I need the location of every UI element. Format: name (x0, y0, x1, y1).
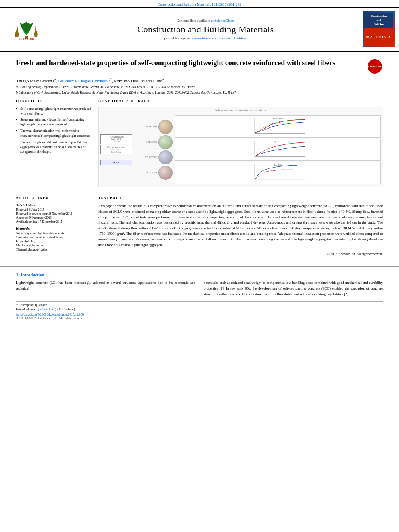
article-info-abstract-section: ARTICLE INFO Article history: Received 8… (16, 192, 383, 257)
ga-mix3-label: SCLC0050F (135, 156, 157, 158)
graphical-abstract-figure: Self-compacting lightweight concrete mix… (98, 107, 383, 187)
introduction-col2: potentials, such as reduced dead weight … (204, 280, 383, 297)
affiliations: a Civil Engineering Department, COPPE, U… (16, 85, 383, 95)
ga-circle-1 (158, 120, 173, 134)
ga-circle-4 (158, 166, 173, 180)
article-info-header: ARTICLE INFO (16, 196, 93, 201)
journal-main-title: Construction and Building Materials (48, 24, 363, 35)
authors-line: Thiago Melo Graboisa, Guilherme Chagas C… (16, 78, 383, 83)
affiliation-a: a Civil Engineering Department, COPPE, U… (16, 85, 383, 90)
journal-cover-image: Construction and Building MATERIALS (363, 11, 395, 47)
corresponding-author-note: * Corresponding author. (16, 303, 383, 307)
author3-name: Romildo Dias Toledo Filho (114, 78, 162, 83)
svg-text:Flex. (MPa): Flex. (MPa) (273, 164, 283, 166)
svg-text:Age (days): Age (days) (274, 140, 282, 142)
journal-header: ELSEVIER Contents lists available at Sci… (0, 8, 399, 52)
ga-box-coarse-agg: Coarse AggregatesNW: NCALW: LCA (100, 145, 132, 154)
cover-title-line3: Building (374, 23, 384, 26)
introduction-title: 1. Introduction (16, 272, 383, 277)
issn-copyright: 0950-0618/© 2015 Elsevier Ltd. All right… (16, 316, 383, 320)
journal-citation: Construction and Building Materials 104 … (158, 2, 241, 6)
ga-mix4-label: SCLCT250 (135, 171, 157, 174)
keyword-3: Expanded clay (16, 240, 93, 243)
keyword-2: Concrete reinforced with steel fibers (16, 236, 93, 239)
ga-circle-2 (158, 135, 173, 149)
homepage-url[interactable]: www.elsevier.com/locate/conbuildmat (192, 36, 247, 40)
highlight-item-2: Structural efficiency factor for self-co… (16, 117, 93, 127)
abstract-column: ABSTRACT This paper presents the results… (98, 196, 383, 257)
ga-chart-1: Stress (MPa) (175, 115, 381, 138)
cover-title-line1: Construction (371, 14, 387, 18)
cover-materials-label: MATERIALS (366, 35, 392, 39)
article-history: Article history: Received 8 June 2015 Re… (16, 203, 93, 224)
abstract-header: ABSTRACT (98, 196, 383, 201)
introduction-section: 1. Introduction Lightweight concrete (LC… (0, 272, 399, 320)
svg-text:Stress (MPa): Stress (MPa) (273, 117, 283, 119)
elsevier-tree-icon: ELSEVIER (11, 18, 41, 41)
received-date: Received 8 June 2015 (16, 208, 93, 212)
author3-sup: a (162, 78, 164, 81)
highlights-graphical-section: HIGHLIGHTS Self-compacting lightweight c… (16, 99, 383, 187)
page: Construction and Building Materials 104 … (0, 0, 399, 320)
introduction-col1: Lightweight concrete (LC) has been incre… (16, 280, 195, 297)
graphical-abstract-header: GRAPHICAL ABSTRACT (98, 99, 383, 104)
highlights-column: HIGHLIGHTS Self-compacting lightweight c… (16, 99, 93, 187)
ga-chart-2: Age (days) (175, 139, 381, 161)
ga-mix1-label: SCLC0000 (135, 125, 157, 128)
article-title: Fresh and hardened-state properties of s… (16, 58, 363, 68)
elsevier-logo: ELSEVIER (4, 18, 48, 41)
footnote-section: * Corresponding author. E-mail address: … (16, 301, 383, 320)
highlights-list: Self-compacting lightweight concrete was… (16, 107, 93, 154)
ga-box-fine-agg: Fine AggregatesNW: NFALW: LFA (100, 134, 132, 144)
graphical-abstract-column: GRAPHICAL ABSTRACT Self-compacting light… (98, 99, 383, 187)
article-content: Fresh and hardened-state properties of s… (0, 52, 399, 261)
email-suffix: (G.C. Cordeiro). (55, 308, 76, 311)
available-online-date: Available online 17 December 2015 (16, 220, 93, 224)
ga-mixes: SCLC0000 SCLC0050 SCLC0050F (135, 120, 173, 180)
ga-charts-area: Stress (MPa) Age (days) (175, 115, 381, 184)
crossmark-label: CrossMark (368, 65, 382, 68)
journal-citation-banner: Construction and Building Materials 104 … (0, 0, 399, 8)
copyright-line: © 2015 Elsevier Ltd. All rights reserved… (98, 251, 383, 257)
keyword-5: Thermal characterization (16, 248, 93, 251)
author1-sup: a (54, 78, 56, 81)
ga-chart-3: Flex. (MPa) (175, 162, 381, 184)
author1-name: Thiago Melo Grabois (16, 78, 54, 83)
doi-link[interactable]: http://dx.doi.org/10.1016/j.conbuildmat.… (16, 313, 383, 316)
ga-circle-3 (158, 150, 173, 164)
introduction-columns: Lightweight concrete (LC) has been incre… (16, 280, 383, 297)
journal-title-block: Contents lists available at ScienceDirec… (48, 18, 363, 40)
affiliation-b: b Laboratory of Civil Engineering, Unive… (16, 90, 383, 95)
section-divider (0, 266, 399, 267)
ga-sclc-box: SCLC (100, 160, 132, 165)
keyword-4: Mechanical behavior (16, 244, 93, 247)
author-email[interactable]: gco@uenf.br (37, 308, 54, 311)
accepted-date: Accepted 9 December 2015 (16, 216, 93, 220)
ga-flow-left: Fine AggregatesNW: NFALW: LFA Coarse Agg… (100, 134, 132, 165)
revised-date: Received in revised form 8 November 2015 (16, 212, 93, 216)
ga-mix2-label: SCLC0050 (135, 141, 157, 143)
highlight-item-3: Thermal characterization was performed t… (16, 129, 93, 138)
article-history-title: Article history: (16, 203, 93, 207)
keywords-section: Keywords: Self-compacting lightweight co… (16, 227, 93, 251)
sciencedirect-link[interactable]: ScienceDirect (214, 18, 234, 23)
highlights-header: HIGHLIGHTS (16, 99, 93, 104)
crossmark-badge: CrossMark (367, 58, 383, 74)
article-title-block: Fresh and hardened-state properties of s… (16, 58, 383, 74)
keyword-1: Self-compacting lightweight concrete (16, 232, 93, 235)
author2-name[interactable]: Guilherme Chagas Cordeiro (58, 78, 108, 83)
journal-homepage: journal homepage: www.elsevier.com/locat… (48, 36, 363, 40)
ga-title: Self-compacting lightweight concrete mix… (100, 109, 381, 113)
article-info-column: ARTICLE INFO Article history: Received 8… (16, 196, 93, 257)
contents-available-line: Contents lists available at ScienceDirec… (48, 18, 363, 23)
cover-title-line2: and (376, 18, 381, 22)
highlight-item-1: Self-compacting lightweight concrete was… (16, 107, 93, 116)
keywords-title: Keywords: (16, 227, 93, 230)
svg-text:ELSEVIER: ELSEVIER (18, 37, 34, 40)
abstract-text: This paper presents the results of a com… (98, 203, 383, 249)
intro-paragraph-1: Lightweight concrete (LC) has been incre… (16, 280, 195, 292)
intro-paragraph-2: potentials, such as reduced dead weight … (204, 280, 383, 297)
highlight-item-4: The use of lightweight and porous expand… (16, 140, 93, 154)
author2-sup: b,* (108, 78, 112, 81)
email-note: E-mail address: gco@uenf.br (G.C. Cordei… (16, 308, 383, 311)
